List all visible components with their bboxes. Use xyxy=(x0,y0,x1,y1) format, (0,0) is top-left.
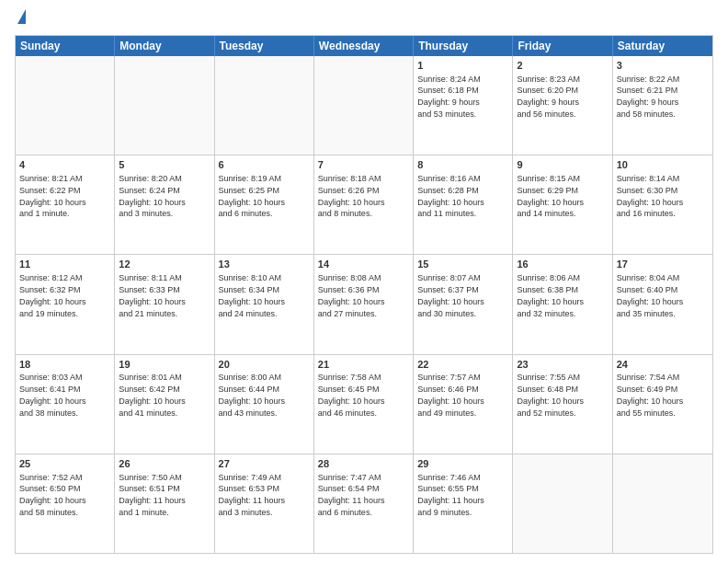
calendar-cell: 16Sunrise: 8:06 AM Sunset: 6:38 PM Dayli… xyxy=(513,255,612,353)
calendar-cell xyxy=(314,56,414,155)
day-number: 23 xyxy=(517,358,608,372)
logo xyxy=(15,11,26,29)
calendar-cell xyxy=(115,56,214,155)
day-number: 8 xyxy=(417,158,508,172)
calendar-cell: 7Sunrise: 8:18 AM Sunset: 6:26 PM Daylig… xyxy=(314,155,414,254)
calendar-cell: 29Sunrise: 7:46 AM Sunset: 6:55 PM Dayli… xyxy=(414,454,513,553)
calendar-cell xyxy=(16,56,115,155)
calendar-cell xyxy=(513,454,612,553)
calendar-cell: 9Sunrise: 8:15 AM Sunset: 6:29 PM Daylig… xyxy=(513,155,612,254)
day-info: Sunrise: 7:50 AM Sunset: 6:51 PM Dayligh… xyxy=(119,473,186,517)
day-number: 19 xyxy=(119,358,210,372)
day-number: 24 xyxy=(617,358,709,372)
day-info: Sunrise: 8:11 AM Sunset: 6:33 PM Dayligh… xyxy=(119,273,186,317)
day-info: Sunrise: 7:58 AM Sunset: 6:45 PM Dayligh… xyxy=(318,373,385,417)
day-number: 14 xyxy=(318,258,409,271)
day-info: Sunrise: 7:57 AM Sunset: 6:46 PM Dayligh… xyxy=(417,373,484,417)
calendar-cell: 17Sunrise: 8:04 AM Sunset: 6:40 PM Dayli… xyxy=(613,255,712,353)
calendar-cell: 3Sunrise: 8:22 AM Sunset: 6:21 PM Daylig… xyxy=(613,56,712,155)
header-day-friday: Friday xyxy=(513,36,612,56)
calendar-cell: 26Sunrise: 7:50 AM Sunset: 6:51 PM Dayli… xyxy=(115,454,214,553)
day-info: Sunrise: 8:16 AM Sunset: 6:28 PM Dayligh… xyxy=(417,174,484,218)
day-number: 4 xyxy=(19,158,110,172)
header-day-tuesday: Tuesday xyxy=(215,36,314,56)
day-info: Sunrise: 8:23 AM Sunset: 6:20 PM Dayligh… xyxy=(517,75,580,119)
calendar-cell: 22Sunrise: 7:57 AM Sunset: 6:46 PM Dayli… xyxy=(414,355,513,454)
calendar-cell: 12Sunrise: 8:11 AM Sunset: 6:33 PM Dayli… xyxy=(115,255,214,353)
day-number: 7 xyxy=(318,158,409,172)
day-info: Sunrise: 8:07 AM Sunset: 6:37 PM Dayligh… xyxy=(417,273,484,317)
header-day-saturday: Saturday xyxy=(613,36,712,56)
day-number: 10 xyxy=(617,158,709,172)
day-number: 16 xyxy=(517,258,608,271)
header-day-thursday: Thursday xyxy=(414,36,513,56)
page: SundayMondayTuesdayWednesdayThursdayFrid… xyxy=(0,0,728,563)
calendar-body: 1Sunrise: 8:24 AM Sunset: 6:18 PM Daylig… xyxy=(16,56,712,553)
calendar-cell: 18Sunrise: 8:03 AM Sunset: 6:41 PM Dayli… xyxy=(16,355,115,454)
day-info: Sunrise: 8:22 AM Sunset: 6:21 PM Dayligh… xyxy=(617,75,680,119)
calendar-row-1: 4Sunrise: 8:21 AM Sunset: 6:22 PM Daylig… xyxy=(16,155,712,255)
day-number: 18 xyxy=(19,358,110,372)
day-info: Sunrise: 8:10 AM Sunset: 6:34 PM Dayligh… xyxy=(219,273,286,317)
day-info: Sunrise: 7:46 AM Sunset: 6:55 PM Dayligh… xyxy=(417,473,484,517)
day-info: Sunrise: 7:47 AM Sunset: 6:54 PM Dayligh… xyxy=(318,473,385,517)
day-number: 25 xyxy=(19,457,110,471)
calendar-cell: 24Sunrise: 7:54 AM Sunset: 6:49 PM Dayli… xyxy=(613,355,712,454)
calendar-cell: 6Sunrise: 8:19 AM Sunset: 6:25 PM Daylig… xyxy=(215,155,314,254)
day-number: 26 xyxy=(119,457,210,471)
calendar-cell: 21Sunrise: 7:58 AM Sunset: 6:45 PM Dayli… xyxy=(314,355,414,454)
day-info: Sunrise: 8:00 AM Sunset: 6:44 PM Dayligh… xyxy=(219,373,286,417)
day-info: Sunrise: 8:15 AM Sunset: 6:29 PM Dayligh… xyxy=(517,174,584,218)
calendar-cell: 27Sunrise: 7:49 AM Sunset: 6:53 PM Dayli… xyxy=(215,454,314,553)
day-info: Sunrise: 7:49 AM Sunset: 6:53 PM Dayligh… xyxy=(219,473,286,517)
calendar-cell: 10Sunrise: 8:14 AM Sunset: 6:30 PM Dayli… xyxy=(613,155,712,254)
day-info: Sunrise: 8:20 AM Sunset: 6:24 PM Dayligh… xyxy=(119,174,186,218)
calendar-row-0: 1Sunrise: 8:24 AM Sunset: 6:18 PM Daylig… xyxy=(16,56,712,155)
day-number: 1 xyxy=(417,59,508,73)
day-info: Sunrise: 7:55 AM Sunset: 6:48 PM Dayligh… xyxy=(517,373,584,417)
day-number: 15 xyxy=(417,258,508,271)
day-number: 20 xyxy=(219,358,310,372)
calendar-cell: 4Sunrise: 8:21 AM Sunset: 6:22 PM Daylig… xyxy=(16,155,115,254)
day-number: 17 xyxy=(617,258,709,271)
calendar-cell: 20Sunrise: 8:00 AM Sunset: 6:44 PM Dayli… xyxy=(215,355,314,454)
header-day-wednesday: Wednesday xyxy=(314,36,414,56)
calendar-cell: 25Sunrise: 7:52 AM Sunset: 6:50 PM Dayli… xyxy=(16,454,115,553)
day-number: 21 xyxy=(318,358,409,372)
day-number: 29 xyxy=(417,457,508,471)
logo-general xyxy=(15,11,26,29)
calendar-cell: 19Sunrise: 8:01 AM Sunset: 6:42 PM Dayli… xyxy=(115,355,214,454)
calendar-cell: 8Sunrise: 8:16 AM Sunset: 6:28 PM Daylig… xyxy=(414,155,513,254)
day-number: 11 xyxy=(19,258,110,271)
calendar-cell: 2Sunrise: 8:23 AM Sunset: 6:20 PM Daylig… xyxy=(513,56,612,155)
day-info: Sunrise: 7:52 AM Sunset: 6:50 PM Dayligh… xyxy=(19,473,86,517)
day-number: 5 xyxy=(119,158,210,172)
header-day-sunday: Sunday xyxy=(16,36,115,56)
day-number: 3 xyxy=(617,59,709,73)
calendar-cell: 15Sunrise: 8:07 AM Sunset: 6:37 PM Dayli… xyxy=(414,255,513,353)
day-number: 13 xyxy=(219,258,310,271)
calendar-cell: 14Sunrise: 8:08 AM Sunset: 6:36 PM Dayli… xyxy=(314,255,414,353)
day-info: Sunrise: 8:19 AM Sunset: 6:25 PM Dayligh… xyxy=(219,174,286,218)
calendar-cell: 1Sunrise: 8:24 AM Sunset: 6:18 PM Daylig… xyxy=(414,56,513,155)
calendar-header: SundayMondayTuesdayWednesdayThursdayFrid… xyxy=(16,36,712,56)
calendar-cell xyxy=(613,454,712,553)
calendar-cell: 11Sunrise: 8:12 AM Sunset: 6:32 PM Dayli… xyxy=(16,255,115,353)
day-info: Sunrise: 8:06 AM Sunset: 6:38 PM Dayligh… xyxy=(517,273,584,317)
day-info: Sunrise: 8:12 AM Sunset: 6:32 PM Dayligh… xyxy=(19,273,86,317)
calendar-cell xyxy=(215,56,314,155)
day-info: Sunrise: 8:04 AM Sunset: 6:40 PM Dayligh… xyxy=(617,273,684,317)
day-info: Sunrise: 8:03 AM Sunset: 6:41 PM Dayligh… xyxy=(19,373,86,417)
calendar-row-4: 25Sunrise: 7:52 AM Sunset: 6:50 PM Dayli… xyxy=(16,454,712,553)
day-number: 2 xyxy=(517,59,608,73)
calendar-row-3: 18Sunrise: 8:03 AM Sunset: 6:41 PM Dayli… xyxy=(16,355,712,454)
day-number: 28 xyxy=(318,457,409,471)
calendar-cell: 28Sunrise: 7:47 AM Sunset: 6:54 PM Dayli… xyxy=(314,454,414,553)
day-info: Sunrise: 7:54 AM Sunset: 6:49 PM Dayligh… xyxy=(617,373,684,417)
day-number: 12 xyxy=(119,258,210,271)
day-info: Sunrise: 8:01 AM Sunset: 6:42 PM Dayligh… xyxy=(119,373,186,417)
day-info: Sunrise: 8:24 AM Sunset: 6:18 PM Dayligh… xyxy=(417,75,481,119)
day-info: Sunrise: 8:08 AM Sunset: 6:36 PM Dayligh… xyxy=(318,273,385,317)
calendar-cell: 13Sunrise: 8:10 AM Sunset: 6:34 PM Dayli… xyxy=(215,255,314,353)
day-number: 9 xyxy=(517,158,608,172)
